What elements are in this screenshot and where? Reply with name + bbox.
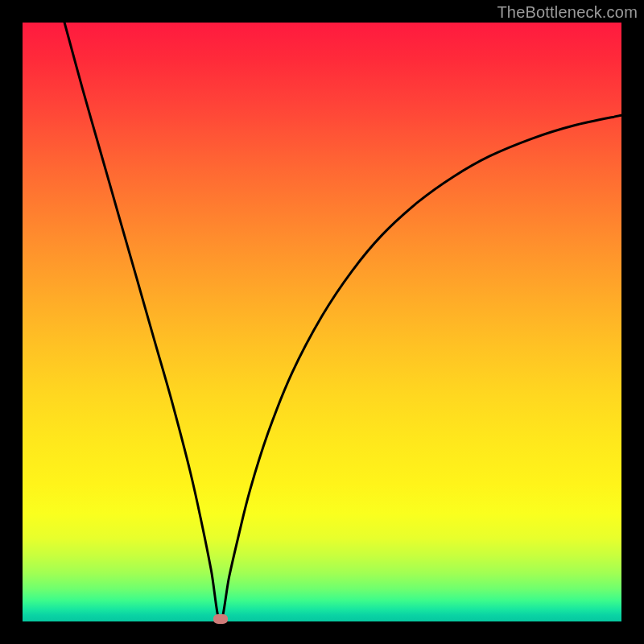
chart-frame xyxy=(23,23,621,621)
watermark-text: TheBottleneck.com xyxy=(497,3,638,22)
chart-background-gradient xyxy=(23,23,621,621)
